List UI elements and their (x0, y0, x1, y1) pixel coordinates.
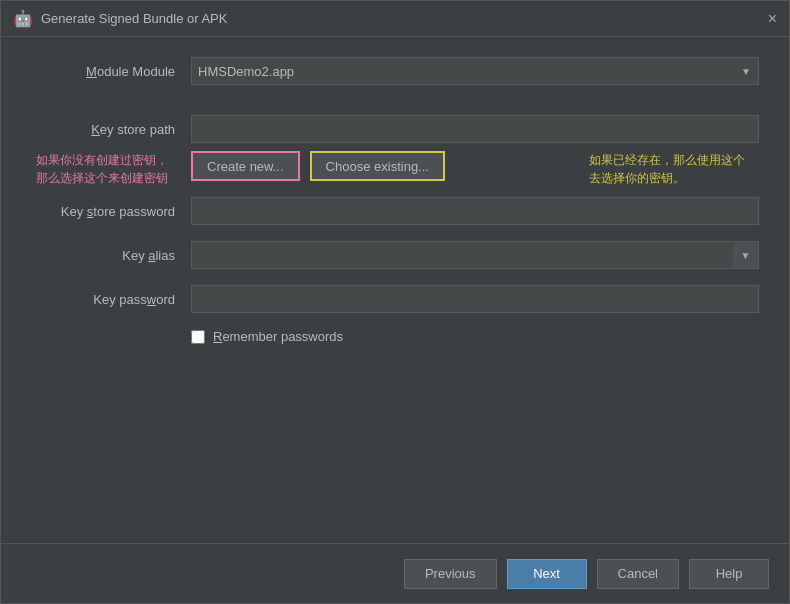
close-button[interactable]: × (768, 11, 777, 27)
dialog-title: Generate Signed Bundle or APK (41, 11, 227, 26)
keystore-password-row: Key store password (31, 197, 759, 225)
module-select[interactable]: HMSDemo2.app (191, 57, 759, 85)
annotation-create-new: 如果你没有创建过密钥，那么选择这个来创建密钥 (36, 151, 176, 187)
key-alias-input-wrapper: ▼ (191, 241, 759, 269)
module-label: Module Module Module (31, 64, 191, 79)
remember-passwords-label: Remember passwords (213, 329, 343, 344)
key-alias-input[interactable] (191, 241, 759, 269)
keystore-path-row: Key store path (31, 115, 759, 143)
keystore-path-input[interactable] (191, 115, 759, 143)
cancel-button[interactable]: Cancel (597, 559, 679, 589)
remember-passwords-checkbox[interactable] (191, 330, 205, 344)
annotation-choose-existing: 如果已经存在，那么使用这个去选择你的密钥。 (589, 151, 749, 187)
android-icon: 🤖 (13, 9, 33, 28)
key-password-row: Key password (31, 285, 759, 313)
title-bar: 🤖 Generate Signed Bundle or APK × (1, 1, 789, 37)
create-new-button[interactable]: Create new... (191, 151, 300, 181)
keystore-buttons-row: 如果你没有创建过密钥，那么选择这个来创建密钥 Create new... Cho… (31, 151, 759, 181)
key-password-input[interactable] (191, 285, 759, 313)
dialog-footer: Previous Next Cancel Help (1, 543, 789, 603)
next-button[interactable]: Next (507, 559, 587, 589)
key-alias-label: Key alias (31, 248, 191, 263)
keystore-buttons-area: 如果你没有创建过密钥，那么选择这个来创建密钥 Create new... Cho… (191, 151, 759, 181)
keystore-password-label: Key store password (31, 204, 191, 219)
keystore-password-input[interactable] (191, 197, 759, 225)
dialog: 🤖 Generate Signed Bundle or APK × Module… (0, 0, 790, 604)
module-row: Module Module Module HMSDemo2.app (31, 57, 759, 85)
remember-row: Remember passwords (191, 329, 759, 344)
dialog-content: Module Module Module HMSDemo2.app Key st… (1, 37, 789, 543)
key-alias-dropdown-button[interactable]: ▼ (733, 241, 759, 269)
module-select-wrapper[interactable]: HMSDemo2.app (191, 57, 759, 85)
choose-existing-button[interactable]: Choose existing... (310, 151, 445, 181)
help-button[interactable]: Help (689, 559, 769, 589)
key-alias-row: Key alias ▼ (31, 241, 759, 269)
keystore-path-label: Key store path (31, 122, 191, 137)
key-password-label: Key password (31, 292, 191, 307)
previous-button[interactable]: Previous (404, 559, 497, 589)
